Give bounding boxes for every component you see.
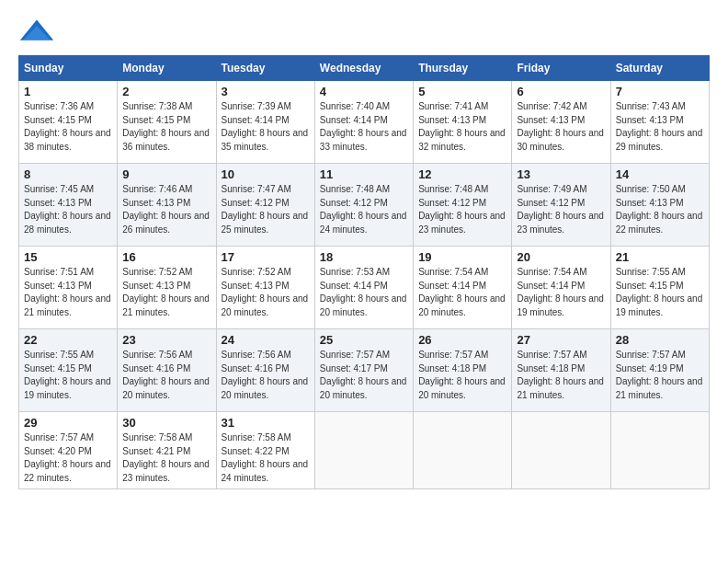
calendar-cell: 17 Sunrise: 7:52 AM Sunset: 4:13 PM Dayl… <box>216 247 314 329</box>
day-info: Sunrise: 7:48 AM Sunset: 4:12 PM Dayligh… <box>418 183 506 236</box>
day-number: 5 <box>418 85 506 98</box>
day-info: Sunrise: 7:57 AM Sunset: 4:17 PM Dayligh… <box>320 349 408 402</box>
calendar-cell <box>414 412 512 489</box>
day-number: 7 <box>616 85 704 98</box>
day-info: Sunrise: 7:55 AM Sunset: 4:15 PM Dayligh… <box>616 266 704 319</box>
calendar-cell: 12 Sunrise: 7:48 AM Sunset: 4:12 PM Dayl… <box>414 164 512 247</box>
day-number: 19 <box>418 250 506 264</box>
calendar-cell: 5 Sunrise: 7:41 AM Sunset: 4:13 PM Dayli… <box>414 81 512 164</box>
calendar-cell: 21 Sunrise: 7:55 AM Sunset: 4:15 PM Dayl… <box>610 247 709 329</box>
day-number: 18 <box>320 250 408 264</box>
day-info: Sunrise: 7:49 AM Sunset: 4:12 PM Dayligh… <box>517 183 605 236</box>
logo <box>18 18 55 46</box>
calendar-header-thursday: Thursday <box>414 56 512 81</box>
calendar-week-4: 22 Sunrise: 7:55 AM Sunset: 4:15 PM Dayl… <box>19 329 710 412</box>
day-number: 14 <box>616 167 704 181</box>
calendar-cell: 29 Sunrise: 7:57 AM Sunset: 4:20 PM Dayl… <box>19 412 118 489</box>
calendar-cell: 24 Sunrise: 7:56 AM Sunset: 4:16 PM Dayl… <box>216 329 314 412</box>
day-number: 10 <box>222 167 310 181</box>
day-number: 22 <box>24 333 112 347</box>
day-info: Sunrise: 7:41 AM Sunset: 4:13 PM Dayligh… <box>418 100 506 154</box>
calendar-header-friday: Friday <box>512 56 610 81</box>
calendar-cell: 3 Sunrise: 7:39 AM Sunset: 4:14 PM Dayli… <box>216 81 314 164</box>
day-info: Sunrise: 7:56 AM Sunset: 4:16 PM Dayligh… <box>122 349 210 402</box>
calendar-cell <box>512 412 610 489</box>
day-info: Sunrise: 7:53 AM Sunset: 4:14 PM Dayligh… <box>320 266 408 319</box>
day-info: Sunrise: 7:54 AM Sunset: 4:14 PM Dayligh… <box>418 266 506 319</box>
calendar-cell: 6 Sunrise: 7:42 AM Sunset: 4:13 PM Dayli… <box>512 81 610 164</box>
day-number: 20 <box>517 250 605 264</box>
calendar-cell: 4 Sunrise: 7:40 AM Sunset: 4:14 PM Dayli… <box>314 81 413 164</box>
day-info: Sunrise: 7:51 AM Sunset: 4:13 PM Dayligh… <box>24 266 112 319</box>
day-info: Sunrise: 7:54 AM Sunset: 4:14 PM Dayligh… <box>517 266 605 319</box>
day-number: 8 <box>24 167 112 181</box>
day-info: Sunrise: 7:36 AM Sunset: 4:15 PM Dayligh… <box>24 100 112 154</box>
day-number: 9 <box>122 167 210 181</box>
day-number: 6 <box>517 85 605 98</box>
day-info: Sunrise: 7:38 AM Sunset: 4:15 PM Dayligh… <box>122 100 210 154</box>
calendar-cell: 11 Sunrise: 7:48 AM Sunset: 4:12 PM Dayl… <box>314 164 413 247</box>
calendar-cell: 23 Sunrise: 7:56 AM Sunset: 4:16 PM Dayl… <box>118 329 216 412</box>
calendar-header-tuesday: Tuesday <box>216 56 314 81</box>
day-info: Sunrise: 7:48 AM Sunset: 4:12 PM Dayligh… <box>320 183 408 236</box>
calendar-cell: 18 Sunrise: 7:53 AM Sunset: 4:14 PM Dayl… <box>314 247 413 329</box>
calendar-week-1: 1 Sunrise: 7:36 AM Sunset: 4:15 PM Dayli… <box>19 81 710 164</box>
day-info: Sunrise: 7:57 AM Sunset: 4:18 PM Dayligh… <box>517 349 605 402</box>
day-number: 13 <box>517 167 605 181</box>
day-number: 11 <box>320 167 408 181</box>
calendar-cell <box>610 412 709 489</box>
calendar-cell: 27 Sunrise: 7:57 AM Sunset: 4:18 PM Dayl… <box>512 329 610 412</box>
day-info: Sunrise: 7:57 AM Sunset: 4:18 PM Dayligh… <box>418 349 506 402</box>
day-number: 29 <box>24 416 112 430</box>
day-info: Sunrise: 7:40 AM Sunset: 4:14 PM Dayligh… <box>320 100 408 154</box>
calendar-cell: 8 Sunrise: 7:45 AM Sunset: 4:13 PM Dayli… <box>19 164 118 247</box>
calendar-cell: 7 Sunrise: 7:43 AM Sunset: 4:13 PM Dayli… <box>610 81 709 164</box>
calendar-cell: 1 Sunrise: 7:36 AM Sunset: 4:15 PM Dayli… <box>19 81 118 164</box>
calendar-week-5: 29 Sunrise: 7:57 AM Sunset: 4:20 PM Dayl… <box>19 412 710 489</box>
day-info: Sunrise: 7:57 AM Sunset: 4:19 PM Dayligh… <box>616 349 704 402</box>
day-info: Sunrise: 7:39 AM Sunset: 4:14 PM Dayligh… <box>222 100 310 154</box>
day-number: 15 <box>24 250 112 264</box>
day-number: 4 <box>320 85 408 98</box>
day-number: 23 <box>122 333 210 347</box>
calendar-header-wednesday: Wednesday <box>314 56 413 81</box>
calendar-cell: 20 Sunrise: 7:54 AM Sunset: 4:14 PM Dayl… <box>512 247 610 329</box>
day-info: Sunrise: 7:57 AM Sunset: 4:20 PM Dayligh… <box>24 431 112 485</box>
day-number: 16 <box>122 250 210 264</box>
calendar-cell: 31 Sunrise: 7:58 AM Sunset: 4:22 PM Dayl… <box>216 412 314 489</box>
calendar-week-2: 8 Sunrise: 7:45 AM Sunset: 4:13 PM Dayli… <box>19 164 710 247</box>
page-wrapper: SundayMondayTuesdayWednesdayThursdayFrid… <box>18 18 710 489</box>
calendar-cell: 19 Sunrise: 7:54 AM Sunset: 4:14 PM Dayl… <box>414 247 512 329</box>
day-info: Sunrise: 7:43 AM Sunset: 4:13 PM Dayligh… <box>616 100 704 154</box>
day-number: 28 <box>616 333 704 347</box>
day-number: 30 <box>122 416 210 430</box>
day-info: Sunrise: 7:42 AM Sunset: 4:13 PM Dayligh… <box>517 100 605 154</box>
logo-icon <box>18 18 55 46</box>
day-info: Sunrise: 7:45 AM Sunset: 4:13 PM Dayligh… <box>24 183 112 236</box>
day-number: 1 <box>24 85 112 98</box>
calendar-cell: 30 Sunrise: 7:58 AM Sunset: 4:21 PM Dayl… <box>118 412 216 489</box>
day-info: Sunrise: 7:55 AM Sunset: 4:15 PM Dayligh… <box>24 349 112 402</box>
calendar-header-saturday: Saturday <box>610 56 709 81</box>
calendar-cell: 28 Sunrise: 7:57 AM Sunset: 4:19 PM Dayl… <box>610 329 709 412</box>
day-number: 17 <box>222 250 310 264</box>
day-number: 3 <box>222 85 310 98</box>
day-number: 2 <box>122 85 210 98</box>
day-number: 24 <box>222 333 310 347</box>
header <box>18 18 710 46</box>
day-number: 31 <box>222 416 310 430</box>
calendar-cell: 10 Sunrise: 7:47 AM Sunset: 4:12 PM Dayl… <box>216 164 314 247</box>
calendar-cell: 14 Sunrise: 7:50 AM Sunset: 4:13 PM Dayl… <box>610 164 709 247</box>
calendar-table: SundayMondayTuesdayWednesdayThursdayFrid… <box>18 55 710 489</box>
calendar-header-row: SundayMondayTuesdayWednesdayThursdayFrid… <box>19 56 710 81</box>
day-info: Sunrise: 7:56 AM Sunset: 4:16 PM Dayligh… <box>222 349 310 402</box>
day-number: 27 <box>517 333 605 347</box>
day-info: Sunrise: 7:47 AM Sunset: 4:12 PM Dayligh… <box>222 183 310 236</box>
calendar-cell: 16 Sunrise: 7:52 AM Sunset: 4:13 PM Dayl… <box>118 247 216 329</box>
calendar-header-sunday: Sunday <box>19 56 118 81</box>
calendar-header-monday: Monday <box>118 56 216 81</box>
day-info: Sunrise: 7:46 AM Sunset: 4:13 PM Dayligh… <box>122 183 210 236</box>
day-info: Sunrise: 7:52 AM Sunset: 4:13 PM Dayligh… <box>122 266 210 319</box>
calendar-cell: 13 Sunrise: 7:49 AM Sunset: 4:12 PM Dayl… <box>512 164 610 247</box>
day-info: Sunrise: 7:52 AM Sunset: 4:13 PM Dayligh… <box>222 266 310 319</box>
